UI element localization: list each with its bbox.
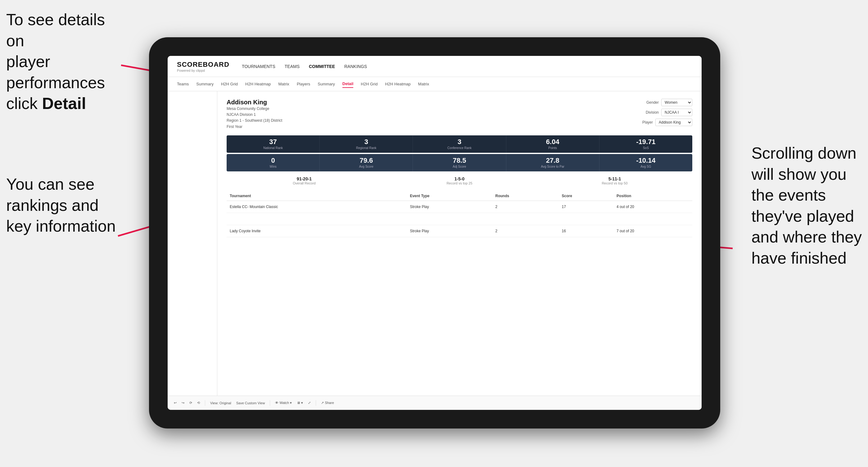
player-label: Player [642,120,653,125]
tab-h2hheatmap1[interactable]: H2H Heatmap [245,81,271,88]
cell-position1: 4 out of 20 [614,200,692,213]
stat-national-rank-label: National Rank [230,146,316,150]
division-control: Division NJCAA I [646,109,692,116]
toolbar-view-original[interactable]: View: Original [210,401,231,405]
toolbar-divider2 [270,400,270,406]
toolbar-back[interactable]: ⟲ [197,401,200,405]
player-region: Region 1 - Southwest (18) District [227,118,282,124]
record-top25-label: Record vs top 25 [382,181,537,185]
col-score: Score [559,191,614,201]
stat-avg-score: 79.6 Avg Score [320,154,413,172]
nav-teams[interactable]: TEAMS [285,63,300,70]
stat-avg-sg-value: -10.14 [603,157,688,164]
stats-row2: 0 Wins 79.6 Avg Score 78.5 Adj Score 2 [227,154,692,172]
stat-sos: -19.71 SoS [599,135,692,153]
stat-points-value: 6.04 [510,138,595,145]
top-nav: SCOREBOARD Powered by clippd TOURNAMENTS… [168,56,702,77]
cell-tournament2: Lady Coyote Invite [227,225,407,237]
stat-sos-label: SoS [603,146,688,150]
col-rounds: Rounds [492,191,559,201]
stat-points: 6.04 Points [506,135,599,153]
tab-players[interactable]: Players [297,81,310,88]
player-controls: Gender Women Division NJCAA I [642,99,692,126]
stat-conference-rank: 3 Conference Rank [413,135,506,153]
stat-avg-score-value: 79.6 [323,157,409,164]
toolbar-watch[interactable]: 👁 Watch ▾ [275,401,292,405]
nav-committee[interactable]: COMMITTEE [309,63,335,70]
stat-adj-score-label: Adj Score [416,165,502,168]
left-sidebar [168,91,217,396]
main-content: Addison King Mesa Community College NJCA… [217,91,702,396]
gender-select[interactable]: Women [661,99,692,106]
player-header: Addison King Mesa Community College NJCA… [227,99,692,130]
logo-title: SCOREBOARD [177,61,229,69]
stat-conference-rank-label: Conference Rank [416,146,502,150]
gender-control: Gender Women [646,99,692,106]
tab-summary1[interactable]: Summary [196,81,214,88]
tab-matrix1[interactable]: Matrix [278,81,289,88]
toolbar-divider3 [316,400,316,406]
division-select[interactable]: NJCAA I [661,109,692,116]
toolbar-share[interactable]: ↗ Share [321,401,334,405]
nav-tournaments[interactable]: TOURNAMENTS [242,63,275,70]
toolbar-refresh[interactable]: ⟳ [189,401,192,405]
player-info: Addison King Mesa Community College NJCA… [227,99,282,130]
annotation-bottomleft: You can see rankings and key information [6,174,116,237]
player-division: NJCAA Division 1 [227,112,282,118]
toolbar-redo[interactable]: ↪ [182,401,184,405]
cell-event-type2: Stroke Play [407,225,492,237]
tab-h2hgrid1[interactable]: H2H Grid [221,81,238,88]
cell-rounds2: 2 [492,225,559,237]
cell-event-type1: Stroke Play [407,200,492,213]
cell-rounds1: 2 [492,200,559,213]
col-event-type: Event Type [407,191,492,201]
table-row[interactable]: Estella CC- Mountain Classic Stroke Play… [227,200,692,213]
cell-score2: 16 [559,225,614,237]
stat-avg-score-par: 27.8 Avg Score to Par [506,154,599,172]
logo-area: SCOREBOARD Powered by clippd [177,61,229,72]
cell-score1: 17 [559,200,614,213]
player-name: Addison King [227,99,282,106]
toolbar-screen[interactable]: 🖥 ▾ [297,401,303,405]
stat-wins-value: 0 [230,157,316,164]
toolbar-save-custom[interactable]: Save Custom View [236,401,265,405]
player-college: Mesa Community College [227,106,282,112]
player-select[interactable]: Addison King [655,119,692,126]
stat-avg-sg: -10.14 Avg SG [599,154,692,172]
division-label: Division [646,110,659,115]
cell-tournament-empty [227,213,407,225]
records-row: 91-20-1 Overall Record 1-5-0 Record vs t… [227,176,692,185]
top-nav-links: TOURNAMENTS TEAMS COMMITTEE RANKINGS [242,63,367,70]
stat-wins-label: Wins [230,165,316,168]
tab-h2hheatmap2[interactable]: H2H Heatmap [385,81,410,88]
stat-sos-value: -19.71 [603,138,688,145]
table-row[interactable]: Lady Coyote Invite Stroke Play 2 16 7 ou… [227,225,692,237]
table-header-row: Tournament Event Type Rounds Score Posit… [227,191,692,201]
gender-label: Gender [646,100,659,105]
secondary-nav: Teams Summary H2H Grid H2H Heatmap Matri… [168,77,702,91]
tab-teams[interactable]: Teams [177,81,189,88]
tab-summary2[interactable]: Summary [318,81,335,88]
tab-h2hgrid2[interactable]: H2H Grid [361,81,377,88]
stat-adj-score: 78.5 Adj Score [413,154,506,172]
toolbar-divider1 [205,400,205,406]
stat-points-label: Points [510,146,595,150]
toolbar-undo[interactable]: ↩ [174,401,177,405]
toolbar-expand[interactable]: ⤢ [308,401,311,405]
tab-detail[interactable]: Detail [342,80,353,88]
stat-avg-score-label: Avg Score [323,165,409,168]
stat-regional-rank-label: Regional Rank [323,146,409,150]
bottom-toolbar: ↩ ↪ ⟳ ⟲ View: Original Save Custom View … [168,396,702,410]
stat-wins: 0 Wins [227,154,320,172]
col-tournament: Tournament [227,191,407,201]
cell-tournament1: Estella CC- Mountain Classic [227,200,407,213]
table-row[interactable] [227,213,692,225]
stat-national-rank-value: 37 [230,138,316,145]
tournament-table: Tournament Event Type Rounds Score Posit… [227,191,692,237]
logo-subtitle: Powered by clippd [177,69,229,72]
record-top50-label: Record vs top 50 [537,181,692,185]
record-overall-value: 91-20-1 [227,176,382,181]
stat-conference-rank-value: 3 [416,138,502,145]
nav-rankings[interactable]: RANKINGS [344,63,367,70]
tab-matrix2[interactable]: Matrix [418,81,429,88]
